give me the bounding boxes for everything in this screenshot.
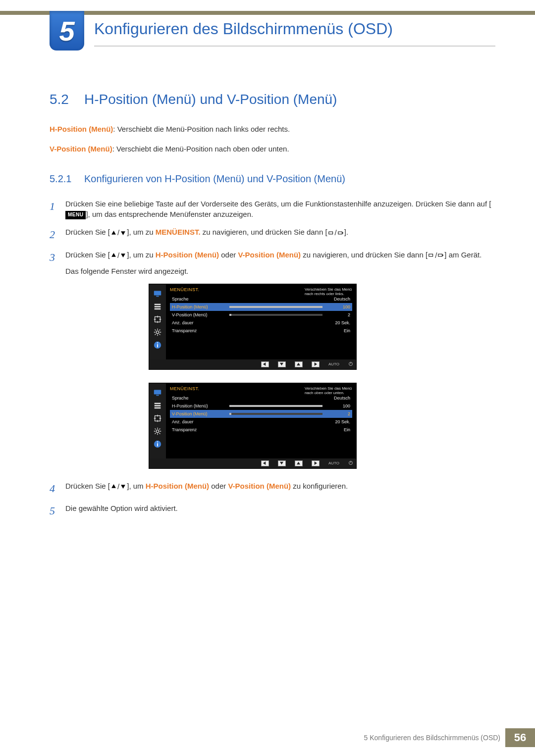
- svg-rect-9: [156, 296, 159, 297]
- step-2: 2 Drücken Sie [/], um zu MENÜEINST. zu n…: [50, 227, 495, 243]
- svg-marker-18: [263, 362, 266, 366]
- osd-row-vpos: V-Position (Menü)2: [170, 311, 352, 319]
- intro-vpos: V-Position (Menü): Verschiebt die Menü-P…: [50, 144, 495, 154]
- svg-point-14: [156, 331, 159, 333]
- power-icon: [348, 460, 353, 466]
- up-down-icon: /: [110, 481, 127, 492]
- svg-rect-24: [154, 390, 161, 394]
- osd-row-vpos-selected: V-Position (Menü)2: [170, 410, 352, 418]
- monitor-icon: [152, 289, 163, 299]
- nav-right-icon: [312, 361, 320, 367]
- footer-chapter-label: 5 Konfigurieren des Bildschirmmenüs (OSD…: [364, 734, 500, 742]
- info-icon: [152, 439, 163, 449]
- svg-rect-27: [155, 405, 161, 406]
- svg-rect-26: [155, 403, 161, 404]
- svg-rect-32: [157, 443, 158, 446]
- osd-row-transparency: TransparenzEin: [170, 426, 352, 434]
- osd-row-duration: Anz. dauer20 Sek.: [170, 319, 352, 327]
- nav-down-icon: [278, 460, 286, 466]
- svg-marker-1: [121, 231, 125, 235]
- step-3: 3 Drücken Sie [/], um zu H-Position (Men…: [50, 250, 495, 277]
- step-4: 4 Drücken Sie [/], um H-Position (Menü) …: [50, 481, 495, 497]
- svg-rect-7: [438, 254, 442, 257]
- page-number: 56: [505, 728, 535, 747]
- svg-rect-12: [155, 308, 161, 309]
- osd-nav-bar: AUTO: [149, 359, 356, 369]
- step-1: 1 Drücken Sie eine beliebige Taste auf d…: [50, 199, 495, 220]
- osd-screenshot-hpos: MENÜEINST. SpracheDeutsch H-Position (Me…: [149, 284, 357, 370]
- step-5: 5 Die gewählte Option wird aktiviert.: [50, 503, 495, 519]
- section-heading: 5.2H-Position (Menü) und V-Position (Men…: [50, 92, 495, 107]
- nav-right-icon: [312, 460, 320, 466]
- osd-row-language: SpracheDeutsch: [170, 295, 352, 303]
- svg-rect-33: [157, 441, 158, 442]
- svg-rect-28: [155, 407, 161, 408]
- svg-rect-17: [157, 342, 158, 343]
- svg-marker-37: [315, 461, 317, 465]
- nav-up-icon: [295, 361, 303, 367]
- enter-source-icon: /: [327, 227, 344, 238]
- svg-marker-20: [297, 363, 300, 365]
- nav-left-icon: [261, 361, 269, 367]
- nav-left-icon: [261, 460, 269, 466]
- subsection-heading: 5.2.1Konfigurieren von H-Position (Menü)…: [50, 173, 495, 185]
- nav-up-icon: [295, 460, 303, 466]
- svg-marker-19: [280, 363, 283, 365]
- svg-marker-34: [263, 461, 266, 465]
- svg-rect-16: [157, 344, 158, 347]
- chapter-number-badge: 5: [50, 11, 84, 50]
- svg-rect-2: [328, 232, 332, 234]
- intro-hpos: H-Position (Menü): Verschiebt die Menü-P…: [50, 124, 495, 134]
- svg-marker-4: [111, 253, 116, 257]
- svg-marker-41: [121, 485, 125, 489]
- svg-point-30: [156, 430, 159, 432]
- resize-icon: [152, 413, 163, 423]
- chapter-title: Konfigurieren des Bildschirmmenüs (OSD): [94, 20, 393, 38]
- resize-icon: [152, 314, 163, 324]
- osd-row-duration: Anz. dauer20 Sek.: [170, 418, 352, 426]
- monitor-icon: [152, 388, 163, 398]
- osd-info-text: Verschieben Sie das Menü nach rechts ode…: [305, 287, 353, 296]
- osd-nav-bar: AUTO: [149, 458, 356, 468]
- svg-rect-11: [155, 306, 161, 307]
- svg-rect-10: [155, 303, 161, 305]
- gear-icon: [152, 426, 163, 436]
- up-down-icon: /: [110, 227, 127, 238]
- osd-row-language: SpracheDeutsch: [170, 394, 352, 402]
- osd-screenshot-vpos: MENÜEINST. SpracheDeutsch H-Position (Me…: [149, 383, 357, 469]
- info-icon: [152, 340, 163, 350]
- svg-rect-6: [429, 254, 433, 257]
- osd-row-hpos: H-Position (Menü)100: [170, 402, 352, 410]
- osd-row-hpos-selected: H-Position (Menü)100: [170, 303, 352, 311]
- gear-icon: [152, 327, 163, 337]
- osd-info-text: Verschieben Sie das Menü nach oben oder …: [305, 386, 353, 395]
- up-down-icon: /: [110, 250, 127, 261]
- svg-rect-3: [338, 232, 342, 234]
- menu-button-icon: MENU: [65, 211, 86, 219]
- svg-marker-36: [297, 462, 300, 464]
- svg-marker-40: [111, 484, 116, 488]
- svg-marker-21: [315, 362, 317, 366]
- list-icon: [152, 302, 163, 311]
- svg-marker-0: [111, 231, 116, 235]
- svg-rect-8: [154, 291, 161, 295]
- power-icon: [348, 361, 353, 367]
- osd-row-transparency: TransparenzEin: [170, 327, 352, 335]
- svg-rect-25: [156, 395, 159, 396]
- nav-down-icon: [278, 361, 286, 367]
- enter-source-icon: /: [428, 250, 444, 261]
- list-icon: [152, 401, 163, 410]
- svg-marker-5: [121, 254, 125, 258]
- svg-marker-35: [280, 462, 283, 464]
